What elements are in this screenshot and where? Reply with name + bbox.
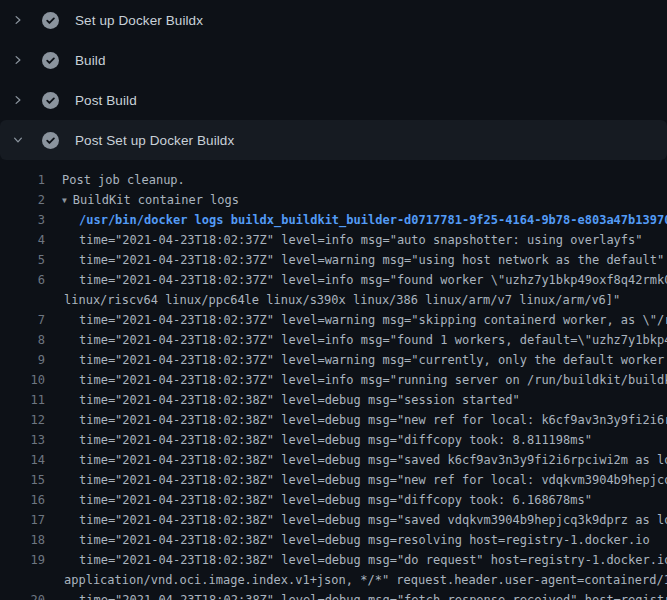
- log-line: 3 /usr/bin/docker logs buildx_buildkit_b…: [0, 210, 667, 230]
- chevron-right-icon: [10, 12, 26, 28]
- chevron-right-icon: [10, 92, 26, 108]
- log-line: 17 time="2021-04-23T18:02:38Z" level=deb…: [0, 510, 667, 530]
- log-line-text: Post job cleanup.: [45, 170, 185, 190]
- step-label: Build: [75, 53, 106, 68]
- check-circle-icon: [42, 12, 59, 29]
- log-line-number[interactable]: 9: [0, 350, 45, 370]
- log-line: 6 time="2021-04-23T18:02:37Z" level=info…: [0, 270, 667, 290]
- log-line: 12 time="2021-04-23T18:02:38Z" level=deb…: [0, 410, 667, 430]
- log-line: 9 time="2021-04-23T18:02:37Z" level=warn…: [0, 350, 667, 370]
- log-line: 18 time="2021-04-23T18:02:38Z" level=deb…: [0, 530, 667, 550]
- log-line-text: time="2021-04-23T18:02:38Z" level=debug …: [45, 470, 667, 490]
- log-line-text: time="2021-04-23T18:02:38Z" level=debug …: [45, 490, 592, 510]
- log-line-number[interactable]: 13: [0, 430, 45, 450]
- step-row-3[interactable]: Post Build: [0, 80, 667, 120]
- log-line-text: time="2021-04-23T18:02:38Z" level=debug …: [45, 590, 667, 600]
- log-line: 10 time="2021-04-23T18:02:37Z" level=inf…: [0, 370, 667, 390]
- actions-log-viewer: Set up Docker Buildx Build: [0, 0, 667, 600]
- log-line-number[interactable]: 8: [0, 330, 45, 350]
- log-line-number[interactable]: 12: [0, 410, 45, 430]
- log-line-number[interactable]: 1: [0, 170, 45, 190]
- log-line-number[interactable]: 10: [0, 370, 45, 390]
- log-console: 1 Post job cleanup. 2 ▼BuildKit containe…: [0, 160, 667, 600]
- log-line-text: time="2021-04-23T18:02:37Z" level=warnin…: [45, 350, 667, 370]
- step-label: Set up Docker Buildx: [75, 13, 203, 28]
- log-line-number[interactable]: 19: [0, 550, 45, 570]
- check-circle-icon: [42, 132, 59, 149]
- log-line-number[interactable]: 14: [0, 450, 45, 470]
- log-line-number[interactable]: 16: [0, 490, 45, 510]
- log-line-number[interactable]: [0, 570, 45, 590]
- chevron-right-icon: [10, 52, 26, 68]
- log-line-text: time="2021-04-23T18:02:37Z" level=info m…: [45, 270, 667, 290]
- group-toggle-icon[interactable]: ▼: [62, 191, 67, 210]
- step-list: Set up Docker Buildx Build: [0, 0, 667, 160]
- log-line: 2 ▼BuildKit container logs: [0, 190, 667, 210]
- log-line-text: time="2021-04-23T18:02:38Z" level=debug …: [45, 530, 650, 550]
- log-line-text: ▼BuildKit container logs: [45, 190, 239, 210]
- log-line-number[interactable]: 6: [0, 270, 45, 290]
- log-line-number[interactable]: 7: [0, 310, 45, 330]
- group-title[interactable]: BuildKit container logs: [73, 193, 239, 207]
- check-circle-icon: [42, 52, 59, 69]
- log-line-number[interactable]: 3: [0, 210, 45, 230]
- log-line-text: time="2021-04-23T18:02:38Z" level=debug …: [45, 410, 667, 430]
- log-line-number[interactable]: [0, 290, 45, 310]
- check-circle-icon: [42, 92, 59, 109]
- log-line-text: application/vnd.oci.image.index.v1+json,…: [45, 570, 667, 590]
- log-line: application/vnd.oci.image.index.v1+json,…: [0, 570, 667, 590]
- log-line-text: time="2021-04-23T18:02:38Z" level=debug …: [45, 450, 667, 470]
- log-line: 16 time="2021-04-23T18:02:38Z" level=deb…: [0, 490, 667, 510]
- log-line-number[interactable]: 4: [0, 230, 45, 250]
- log-line: 1 Post job cleanup.: [0, 170, 667, 190]
- log-line: linux/riscv64 linux/ppc64le linux/s390x …: [0, 290, 667, 310]
- step-label: Post Set up Docker Buildx: [75, 133, 234, 148]
- log-line-text: time="2021-04-23T18:02:38Z" level=debug …: [45, 510, 667, 530]
- log-line-text: time="2021-04-23T18:02:37Z" level=warnin…: [45, 250, 664, 270]
- step-row-4[interactable]: Post Set up Docker Buildx: [0, 120, 667, 160]
- log-line-text: /usr/bin/docker logs buildx_buildkit_bui…: [45, 210, 667, 230]
- log-line-text: linux/riscv64 linux/ppc64le linux/s390x …: [45, 290, 620, 310]
- log-line: 14 time="2021-04-23T18:02:38Z" level=deb…: [0, 450, 667, 470]
- log-line-text: time="2021-04-23T18:02:38Z" level=debug …: [45, 430, 592, 450]
- log-line-text: time="2021-04-23T18:02:38Z" level=debug …: [45, 390, 520, 410]
- log-line-number[interactable]: 20: [0, 590, 45, 600]
- log-line-number[interactable]: 17: [0, 510, 45, 530]
- log-line: 20 time="2021-04-23T18:02:38Z" level=deb…: [0, 590, 667, 600]
- step-label: Post Build: [75, 93, 137, 108]
- log-line-text: time="2021-04-23T18:02:38Z" level=debug …: [45, 550, 667, 570]
- log-line-text: time="2021-04-23T18:02:37Z" level=info m…: [45, 370, 667, 390]
- log-line-number[interactable]: 5: [0, 250, 45, 270]
- log-line-number[interactable]: 11: [0, 390, 45, 410]
- log-line-text: time="2021-04-23T18:02:37Z" level=info m…: [45, 230, 643, 250]
- log-line: 19 time="2021-04-23T18:02:38Z" level=deb…: [0, 550, 667, 570]
- log-line-number[interactable]: 18: [0, 530, 45, 550]
- log-line: 5 time="2021-04-23T18:02:37Z" level=warn…: [0, 250, 667, 270]
- log-line: 4 time="2021-04-23T18:02:37Z" level=info…: [0, 230, 667, 250]
- step-row-2[interactable]: Build: [0, 40, 667, 80]
- log-line-text: time="2021-04-23T18:02:37Z" level=warnin…: [45, 310, 667, 330]
- log-line: 15 time="2021-04-23T18:02:38Z" level=deb…: [0, 470, 667, 490]
- log-line-text: time="2021-04-23T18:02:37Z" level=info m…: [45, 330, 667, 350]
- step-row-1[interactable]: Set up Docker Buildx: [0, 0, 667, 40]
- log-line-number[interactable]: 15: [0, 470, 45, 490]
- log-line: 8 time="2021-04-23T18:02:37Z" level=info…: [0, 330, 667, 350]
- log-line: 11 time="2021-04-23T18:02:38Z" level=deb…: [0, 390, 667, 410]
- log-line: 13 time="2021-04-23T18:02:38Z" level=deb…: [0, 430, 667, 450]
- chevron-down-icon: [10, 132, 26, 148]
- log-line-number[interactable]: 2: [0, 190, 45, 210]
- log-line: 7 time="2021-04-23T18:02:37Z" level=warn…: [0, 310, 667, 330]
